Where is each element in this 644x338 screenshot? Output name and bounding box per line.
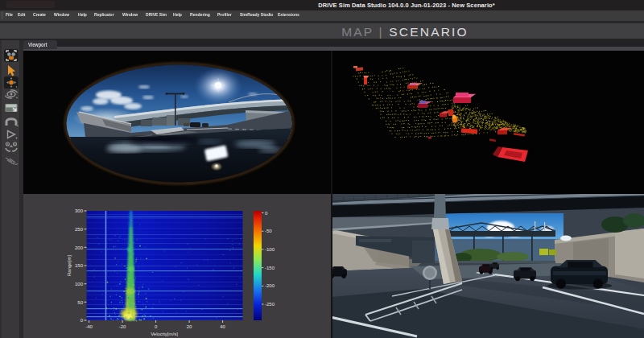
svg-text:100: 100 xyxy=(75,282,84,286)
svg-text:-40: -40 xyxy=(85,324,93,329)
svg-text:Velocity[m/s]: Velocity[m/s] xyxy=(151,332,178,336)
svg-text:50: 50 xyxy=(77,300,83,305)
svg-text:-20: -20 xyxy=(119,324,126,329)
svg-text:40: 40 xyxy=(220,324,225,329)
svg-text:250: 250 xyxy=(75,227,84,232)
svg-text:Range[m]: Range[m] xyxy=(67,255,72,276)
svg-text:20: 20 xyxy=(187,324,192,329)
svg-text:-150: -150 xyxy=(265,266,275,270)
svg-text:-200: -200 xyxy=(265,283,275,288)
svg-text:300: 300 xyxy=(75,208,84,213)
svg-text:-100: -100 xyxy=(265,247,275,252)
svg-text:-250: -250 xyxy=(265,302,275,307)
svg-text:150: 150 xyxy=(75,263,84,268)
svg-text:200: 200 xyxy=(75,245,84,250)
svg-text:-50: -50 xyxy=(265,229,272,233)
